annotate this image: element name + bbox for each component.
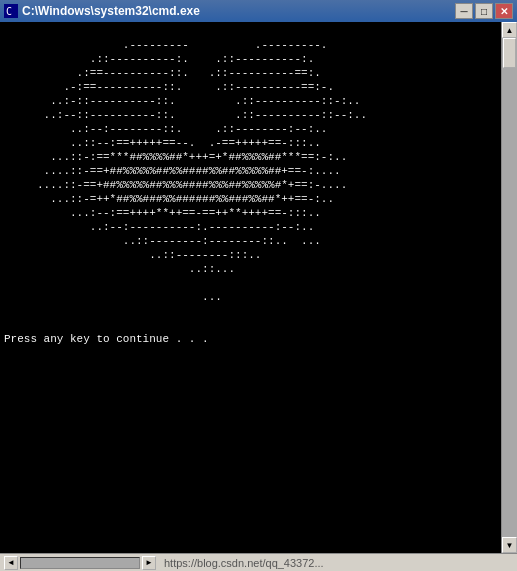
status-url: https://blog.csdn.net/qq_43372... [164,557,324,569]
terminal-window: .--------- .---------. .::----------:. .… [0,22,517,553]
scroll-track [502,38,517,537]
title-bar: C C:\Windows\system32\cmd.exe ─ □ ✕ [0,0,517,22]
status-bar: ◄ ► https://blog.csdn.net/qq_43372... [0,553,517,571]
scroll-left-button[interactable]: ◄ [4,556,18,570]
horizontal-scroll-track [20,557,140,569]
window-controls: ─ □ ✕ [455,3,513,19]
window-title: C:\Windows\system32\cmd.exe [22,4,200,18]
scroll-right-button[interactable]: ► [142,556,156,570]
title-bar-left: C C:\Windows\system32\cmd.exe [4,4,200,18]
terminal-output: .--------- .---------. .::----------:. .… [0,22,501,553]
close-button[interactable]: ✕ [495,3,513,19]
vertical-scrollbar[interactable]: ▲ ▼ [501,22,517,553]
scroll-thumb[interactable] [503,38,516,68]
maximize-button[interactable]: □ [475,3,493,19]
cmd-icon: C [4,4,18,18]
svg-text:C: C [6,6,12,17]
scroll-down-button[interactable]: ▼ [502,537,517,553]
scroll-up-button[interactable]: ▲ [502,22,517,38]
minimize-button[interactable]: ─ [455,3,473,19]
